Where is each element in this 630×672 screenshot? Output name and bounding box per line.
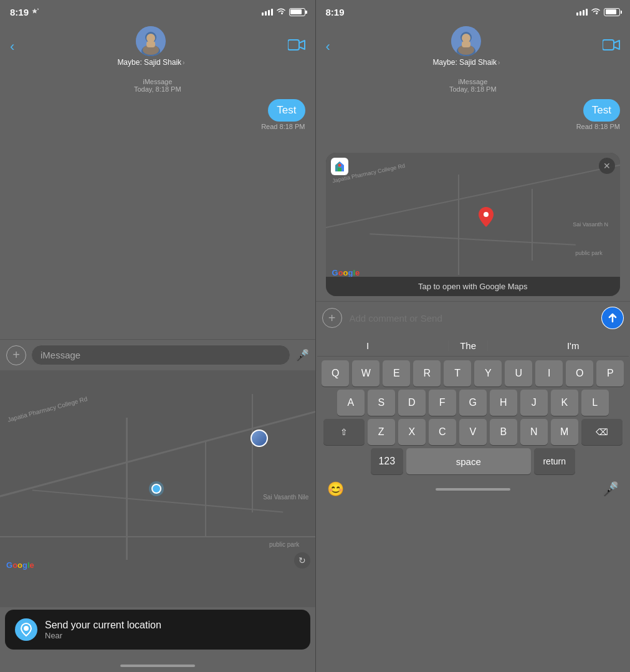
wifi-icon-left — [276, 7, 286, 17]
svg-rect-15 — [603, 40, 614, 50]
keyboard-right: I The I'm Q W E R T Y U I O P A S D F G … — [316, 334, 631, 504]
key-q[interactable]: Q — [322, 360, 349, 386]
key-i[interactable]: I — [535, 360, 563, 386]
back-button-right[interactable]: ‹ — [326, 39, 330, 55]
home-bar-right — [436, 488, 510, 491]
svg-point-3 — [146, 34, 155, 42]
key-n[interactable]: N — [520, 419, 548, 445]
input-bar-left: + iMessage 🎤 — [0, 339, 315, 370]
key-u[interactable]: U — [505, 360, 532, 386]
time-right: 8:19 — [326, 7, 345, 17]
area-label-right: Sai Vasanth N — [573, 221, 608, 228]
road-label-left: Japatia Pharmacy College Rd — [7, 395, 88, 423]
home-bar-left — [120, 665, 195, 667]
key-a[interactable]: A — [337, 390, 365, 416]
key-x[interactable]: X — [398, 419, 426, 445]
key-l[interactable]: L — [581, 390, 609, 416]
chat-header-right: ‹ Maybe: Sajid Shaik › — [316, 22, 631, 73]
map-preview-card[interactable]: Japatia Pharmacy College Rd Sai Vasanth … — [326, 153, 621, 296]
shift-key[interactable]: ⇧ — [323, 419, 365, 445]
video-button-left[interactable] — [288, 39, 305, 54]
svg-point-8 — [24, 626, 29, 631]
key-o[interactable]: O — [566, 360, 593, 386]
key-row-1: Q W E R T Y U I O P — [317, 360, 629, 386]
battery-icon-right — [604, 8, 620, 16]
svg-point-12 — [462, 34, 470, 42]
key-s[interactable]: S — [368, 390, 395, 416]
key-w[interactable]: W — [352, 360, 379, 386]
key-p[interactable]: P — [596, 360, 624, 386]
map-preview-inner: Japatia Pharmacy College Rd Sai Vasanth … — [326, 153, 621, 296]
message-input-left[interactable]: iMessage — [31, 345, 290, 365]
delete-key[interactable]: ⌫ — [581, 419, 623, 445]
status-bar-left: 8:19 — [0, 0, 315, 22]
key-e[interactable]: E — [383, 360, 410, 386]
send-button-right[interactable] — [601, 307, 624, 329]
user-avatar-map-left — [251, 430, 268, 447]
location-dot-left — [151, 484, 161, 494]
emoji-button[interactable]: 😊 — [327, 481, 344, 497]
return-key[interactable]: return — [534, 448, 575, 474]
bubble-text-left: Test — [268, 99, 305, 122]
contact-name-right: Maybe: Sajid Shaik › — [432, 58, 500, 67]
status-bar-right: 8:19 — [316, 0, 631, 22]
status-right-left — [262, 7, 305, 17]
right-panel: 8:19 ‹ — [315, 0, 631, 672]
close-map-button[interactable]: ✕ — [599, 158, 615, 174]
mic-button-left[interactable]: 🎤 — [295, 348, 309, 362]
svg-rect-6 — [288, 40, 299, 50]
prediction-i[interactable]: I — [366, 340, 369, 351]
key-k[interactable]: K — [551, 390, 578, 416]
key-y[interactable]: Y — [474, 360, 502, 386]
contact-info-right[interactable]: Maybe: Sajid Shaik › — [432, 26, 500, 67]
comment-input-right[interactable] — [347, 309, 597, 328]
key-h[interactable]: H — [490, 390, 517, 416]
space-key[interactable]: space — [406, 448, 531, 474]
battery-icon-left — [289, 8, 305, 16]
chat-header-left: ‹ Maybe: Sajid Shaik › — [0, 22, 315, 73]
key-f[interactable]: F — [429, 390, 456, 416]
key-d[interactable]: D — [398, 390, 426, 416]
key-z[interactable]: Z — [368, 419, 395, 445]
number-key[interactable]: 123 — [371, 448, 403, 474]
video-button-right[interactable] — [603, 39, 620, 54]
prediction-the[interactable]: The — [448, 340, 488, 351]
wifi-icon-right — [591, 7, 601, 17]
refresh-btn-left[interactable]: ↻ — [294, 552, 310, 569]
google-logo-left: Google — [6, 560, 34, 570]
key-r[interactable]: R — [413, 360, 441, 386]
messages-area-left: iMessage Today, 8:18 PM Test Read 8:18 P… — [0, 73, 315, 339]
plus-button-left[interactable]: + — [6, 345, 26, 365]
key-row-4: 123 space return — [317, 448, 629, 474]
send-location-button[interactable]: Send your current location Near — [5, 610, 310, 650]
message-bubble-right: Test Read 8:18 PM — [326, 99, 621, 130]
plus-button-right[interactable]: + — [322, 308, 342, 328]
map-pin-right — [479, 207, 494, 227]
contact-info-left[interactable]: Maybe: Sajid Shaik › — [117, 26, 184, 67]
tap-to-open-label[interactable]: Tap to open with Google Maps — [326, 277, 621, 296]
svg-rect-14 — [462, 41, 470, 47]
home-indicator-left — [0, 660, 315, 672]
key-j[interactable]: J — [520, 390, 548, 416]
date-label-left: iMessage Today, 8:18 PM — [10, 78, 305, 93]
left-panel: 8:19 ‹ — [0, 0, 315, 672]
park-label-right: public park — [575, 250, 603, 256]
key-b[interactable]: B — [490, 419, 517, 445]
key-v[interactable]: V — [459, 419, 487, 445]
mic-keyboard-button[interactable]: 🎤 — [602, 481, 619, 497]
contact-name-left: Maybe: Sajid Shaik › — [117, 58, 184, 67]
emoji-row: 😊 🎤 — [317, 478, 629, 501]
back-button-left[interactable]: ‹ — [10, 39, 14, 55]
google-logo-right: Google — [332, 268, 360, 277]
signal-icon-left — [262, 9, 273, 16]
key-m[interactable]: M — [551, 419, 578, 445]
key-t[interactable]: T — [444, 360, 471, 386]
area-label-left: Sai Vasanth Nile — [263, 494, 308, 501]
svg-point-16 — [484, 212, 489, 217]
key-c[interactable]: C — [429, 419, 456, 445]
time-left: 8:19 — [10, 7, 39, 17]
key-g[interactable]: G — [459, 390, 487, 416]
svg-rect-5 — [146, 41, 155, 47]
status-right-right — [576, 7, 620, 17]
prediction-im[interactable]: I'm — [567, 340, 580, 351]
